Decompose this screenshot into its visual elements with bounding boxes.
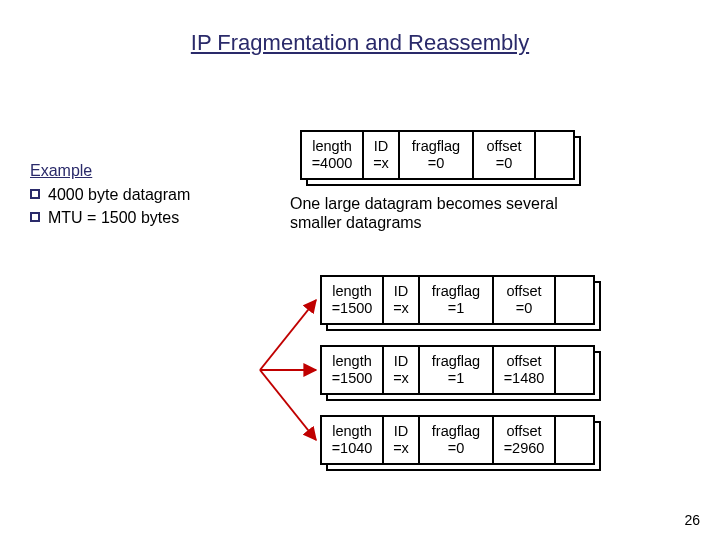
cell-fragflag: fragflag=0 <box>400 132 474 178</box>
cell-padding <box>556 347 593 393</box>
bullet-text: 4000 byte datagram <box>48 184 190 206</box>
arrow-to-frag1 <box>260 300 316 370</box>
datagram-front: length=1500 ID=x fragflag=1 offset=1480 <box>320 345 595 395</box>
cell-id: ID=x <box>384 277 420 323</box>
datagram-front: length=1040 ID=x fragflag=0 offset=2960 <box>320 415 595 465</box>
cell-id: ID=x <box>384 347 420 393</box>
example-block: Example 4000 byte datagram MTU = 1500 by… <box>30 160 190 229</box>
cell-offset: offset=2960 <box>494 417 556 463</box>
example-heading: Example <box>30 160 190 182</box>
cell-padding <box>556 417 593 463</box>
bullet-item: MTU = 1500 bytes <box>30 207 190 229</box>
bullet-square-icon <box>30 212 40 222</box>
cell-fragflag: fragflag=1 <box>420 347 494 393</box>
page-number: 26 <box>684 512 700 528</box>
datagram-fragment-3: length=1040 ID=x fragflag=0 offset=2960 <box>320 415 595 465</box>
arrow-to-frag3 <box>260 370 316 440</box>
cell-length: length=1500 <box>322 347 384 393</box>
cell-padding <box>556 277 593 323</box>
cell-padding <box>536 132 573 178</box>
bullet-text: MTU = 1500 bytes <box>48 207 179 229</box>
datagram-original: length=4000 ID=x fragflag=0 offset=0 <box>300 130 575 180</box>
cell-offset: offset=1480 <box>494 347 556 393</box>
cell-offset: offset=0 <box>494 277 556 323</box>
caption-text: One large datagram becomes several small… <box>290 194 580 232</box>
cell-id: ID=x <box>384 417 420 463</box>
slide-title: IP Fragmentation and Reassembly <box>0 30 720 56</box>
bullet-square-icon <box>30 189 40 199</box>
cell-fragflag: fragflag=0 <box>420 417 494 463</box>
datagram-fragment-2: length=1500 ID=x fragflag=1 offset=1480 <box>320 345 595 395</box>
datagram-front: length=1500 ID=x fragflag=1 offset=0 <box>320 275 595 325</box>
cell-fragflag: fragflag=1 <box>420 277 494 323</box>
cell-length: length=4000 <box>302 132 364 178</box>
bullet-item: 4000 byte datagram <box>30 184 190 206</box>
cell-length: length=1040 <box>322 417 384 463</box>
cell-offset: offset=0 <box>474 132 536 178</box>
datagram-fragment-1: length=1500 ID=x fragflag=1 offset=0 <box>320 275 595 325</box>
cell-length: length=1500 <box>322 277 384 323</box>
cell-id: ID=x <box>364 132 400 178</box>
datagram-front: length=4000 ID=x fragflag=0 offset=0 <box>300 130 575 180</box>
